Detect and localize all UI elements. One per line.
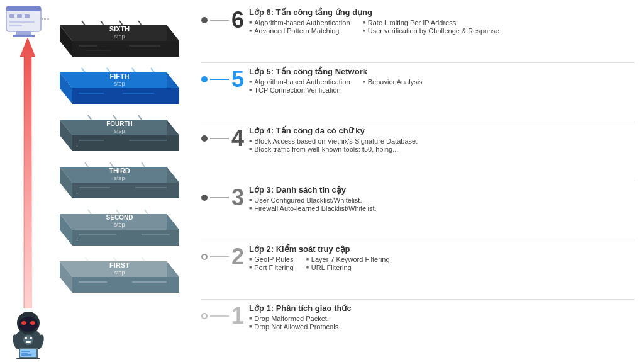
layer-number-1: 1 — [231, 305, 244, 327]
layer-2-col1: GeoIP Rules Port Filtering — [249, 256, 294, 271]
svg-rect-24 — [16, 358, 40, 359]
layer-6-col2: Rate Limiting Per IP Address User verifi… — [363, 19, 499, 35]
svg-line-71 — [142, 162, 145, 167]
divider-6-5 — [201, 62, 635, 63]
layer-3-title: Lớp 3: Danh sách tin cậy — [249, 185, 635, 195]
chip-1: FIRST step — [47, 252, 186, 302]
layer-3-item-1: User Configured Blacklist/Whitelist. — [249, 196, 377, 204]
svg-marker-31 — [72, 41, 179, 57]
layer-2-content: Lớp 2: Kiểm soát truy cập GeoIP Rules Po… — [249, 242, 635, 274]
layer-6-item-3: Rate Limiting Per IP Address — [363, 19, 499, 26]
chip-5: FIFTH step — [47, 63, 186, 113]
chip-4: FOURTH step ↓ — [47, 110, 186, 160]
layer-3-col1: User Configured Blacklist/Whitelist. Fir… — [249, 196, 377, 212]
layer-2-item-2: Port Filtering — [249, 264, 294, 271]
layer-number-2: 2 — [231, 246, 244, 268]
svg-line-94 — [113, 257, 116, 261]
layer-number-3: 3 — [231, 186, 244, 209]
svg-point-13 — [19, 317, 38, 332]
layer-1-content: Lớp 1: Phân tích giao thức Drop Malforme… — [249, 301, 635, 333]
svg-text:FOURTH: FOURTH — [106, 120, 133, 127]
dot-2 — [201, 254, 208, 260]
svg-text:↓: ↓ — [75, 141, 79, 148]
layer-1-connector: 1 — [201, 301, 244, 327]
svg-point-17 — [25, 337, 27, 339]
layer-2-item-1: GeoIP Rules — [249, 256, 294, 263]
svg-line-47 — [132, 68, 135, 72]
layer-5-col1: Algorithm-based Authentication TCP Conne… — [249, 78, 350, 94]
layer-3-connector: 3 — [201, 183, 244, 209]
svg-text:step: step — [114, 81, 125, 87]
svg-text:step: step — [114, 269, 125, 276]
svg-line-59 — [138, 115, 142, 120]
svg-marker-44 — [72, 88, 179, 104]
dot-4 — [201, 135, 208, 142]
layer-2-col2: Layer 7 Keyword Filtering URL Filtering — [306, 256, 390, 271]
svg-marker-68 — [72, 183, 179, 198]
svg-rect-4 — [25, 14, 30, 18]
divider-2-1 — [201, 299, 635, 300]
layer-1-col1: Drop Malformed Packet. Drop Not Allowed … — [249, 315, 338, 331]
svg-text:step: step — [114, 33, 125, 40]
layer-6-connector: 6 — [201, 5, 244, 31]
chip-3: THIRD step ↓ — [47, 157, 186, 207]
svg-marker-10 — [20, 38, 35, 308]
layer-6-item-4: User verification by Challenge & Respons… — [363, 27, 499, 35]
dot-1 — [201, 313, 208, 319]
layer-5-item-1: Algorithm-based Authentication — [249, 78, 350, 86]
svg-text:step: step — [114, 222, 125, 228]
layer-number-5: 5 — [231, 68, 244, 91]
layer-row-6: 6 Lớp 6: Tấn công tầng ứng dụng Algorith… — [201, 5, 635, 61]
layer-5-item-2: TCP Connection Verification — [249, 86, 350, 94]
layer-4-title: Lớp 4: Tấn công đã có chữ ký — [249, 126, 635, 135]
svg-text:SIXTH: SIXTH — [109, 25, 130, 33]
svg-line-81 — [88, 210, 91, 214]
layer-4-items: Block Access based on Vietnix's Signatur… — [249, 137, 635, 153]
svg-line-32 — [82, 21, 85, 25]
layer-3-item-2: Firewall Auto-learned Blacklist/Whitelis… — [249, 205, 377, 212]
svg-rect-2 — [9, 14, 14, 18]
svg-text:step: step — [114, 175, 125, 181]
layer-4-item-2: Block traffic from well-known tools: t50… — [249, 145, 418, 153]
server-icon — [3, 3, 47, 41]
upward-arrow — [19, 38, 36, 308]
svg-point-15 — [30, 321, 35, 325]
layer-4-col1: Block Access based on Vietnix's Signatur… — [249, 137, 418, 153]
hacker-icon — [5, 305, 49, 356]
svg-line-46 — [107, 68, 110, 72]
svg-marker-92 — [72, 277, 179, 293]
layer-row-3: 3 Lớp 3: Danh sách tin cậy User Configur… — [201, 183, 635, 239]
svg-text:↓: ↓ — [75, 188, 79, 195]
layer-4-connector: 4 — [201, 123, 244, 150]
svg-line-48 — [151, 68, 154, 72]
svg-line-58 — [113, 115, 116, 120]
layer-2-item-3: Layer 7 Keyword Filtering — [306, 256, 390, 263]
svg-line-83 — [145, 210, 148, 214]
divider-3-2 — [201, 240, 635, 240]
layer-number-4: 4 — [231, 127, 244, 150]
layer-4-item-1: Block Access based on Vietnix's Signatur… — [249, 137, 418, 145]
layer-row-5: 5 Lớp 5: Tấn công tầng Network Algorithm… — [201, 64, 635, 120]
layer-2-connector: 2 — [201, 242, 244, 268]
svg-point-14 — [21, 321, 26, 325]
svg-line-95 — [142, 257, 145, 261]
svg-line-45 — [82, 68, 85, 72]
svg-line-57 — [88, 115, 91, 120]
layer-6-title: Lớp 6: Tấn công tầng ứng dụng — [249, 8, 635, 17]
svg-marker-80 — [72, 230, 179, 246]
main-container: SIXTH step — [0, 0, 644, 362]
layer-1-item-1: Drop Malformed Packet. — [249, 315, 338, 322]
layer-6-content: Lớp 6: Tấn công tầng ứng dụng Algorithm-… — [249, 5, 635, 37]
svg-rect-7 — [16, 31, 31, 35]
layer-2-items: GeoIP Rules Port Filtering Layer 7 Keywo… — [249, 256, 635, 271]
svg-line-69 — [85, 162, 88, 167]
svg-point-18 — [30, 337, 32, 339]
divider-5-4 — [201, 122, 635, 122]
svg-rect-19 — [26, 341, 31, 343]
layer-1-item-2: Drop Not Allowed Protocols — [249, 323, 338, 331]
layer-5-content: Lớp 5: Tấn công tầng Network Algorithm-b… — [249, 64, 635, 96]
svg-text:FIRST: FIRST — [109, 261, 130, 269]
layer-6-col1: Algorithm-based Authentication Advanced … — [249, 19, 350, 35]
svg-text:FIFTH: FIFTH — [109, 72, 129, 80]
layer-6-items: Algorithm-based Authentication Advanced … — [249, 19, 635, 35]
